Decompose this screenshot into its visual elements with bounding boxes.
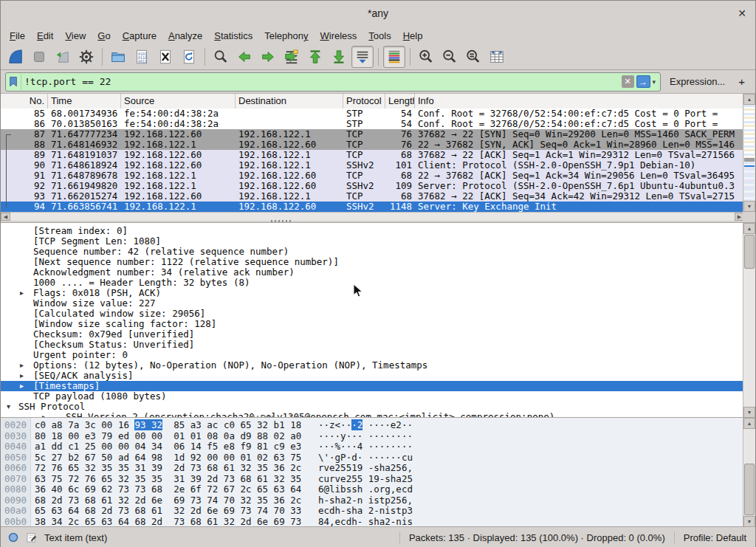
detail-line[interactable]: Checksum: 0x79ed [unverified] — [1, 329, 744, 340]
ascii-bytes[interactable]: ··z<···2 ····e2·· — [318, 420, 413, 431]
go-forward-button[interactable] — [257, 46, 279, 68]
find-packet-button[interactable] — [210, 46, 232, 68]
ascii-bytes[interactable]: ····y··· ········ — [318, 431, 413, 442]
open-file-button[interactable] — [107, 46, 129, 68]
column-header-length[interactable]: Length — [385, 94, 415, 109]
scroll-left-icon[interactable]: ◀ — [1, 213, 10, 221]
zoom-out-button[interactable] — [439, 46, 461, 68]
go-last-button[interactable] — [328, 46, 350, 68]
collapsed-arrow-icon[interactable]: ▸ — [20, 288, 24, 298]
detail-line[interactable]: 1000 .... = Header Length: 32 bytes (8) — [1, 278, 744, 288]
intelligent-scrollbar-minimap[interactable] — [744, 105, 755, 201]
hex-row-0070[interactable]: 007063 75 72 76 65 32 35 35 31 39 2d 73 … — [1, 474, 744, 485]
expert-info-icon[interactable] — [8, 532, 18, 543]
ascii-bytes[interactable]: ecdh-sha 2-nistp3 — [318, 506, 413, 517]
menu-view[interactable]: View — [59, 29, 92, 43]
column-header-no[interactable]: No. — [1, 94, 48, 109]
hex-row-0080[interactable]: 008036 40 6c 69 62 73 73 68 2e 6f 72 67 … — [1, 484, 744, 495]
menu-file[interactable]: File — [4, 29, 31, 43]
hex-bytes[interactable]: 38 34 2c 65 63 64 68 2d 73 68 61 32 2d 6… — [35, 517, 301, 528]
close-icon[interactable]: ✕ — [738, 7, 746, 19]
scrollbar-thumb[interactable] — [744, 464, 755, 515]
auto-scroll-button[interactable] — [351, 46, 374, 68]
status-profile[interactable]: Profile: Default — [674, 532, 755, 543]
detail-line[interactable]: ▾SSH Protocol — [1, 402, 744, 412]
scroll-down-icon[interactable]: ▼ — [743, 201, 755, 212]
expanded-arrow-icon[interactable]: ▾ — [7, 402, 10, 412]
filter-history-dropdown-icon[interactable]: ▾ — [653, 78, 656, 86]
hex-row-0090[interactable]: 009068 2d 73 68 61 32 2d 6e 69 73 74 70 … — [1, 495, 744, 506]
scroll-down-icon[interactable]: ▼ — [743, 516, 755, 527]
ascii-bytes[interactable]: curve255 19-sha25 — [318, 474, 413, 485]
packet-row-91[interactable]: 9171.648789678192.168.122.1192.168.122.6… — [1, 171, 744, 181]
packet-row-85[interactable]: 8568.001734936fe:54:00:d4:38:2aSTP54Conf… — [1, 109, 744, 119]
packet-list-hscrollbar[interactable]: ◀ ▶ — [1, 212, 744, 221]
detail-line[interactable]: TCP payload (1080 bytes) — [1, 391, 744, 402]
restart-capture-button[interactable] — [52, 46, 74, 68]
detail-line[interactable]: Sequence number: 42 (relative sequence n… — [1, 247, 744, 257]
packet-row-88[interactable]: 8871.648146932192.168.122.1192.168.122.6… — [1, 140, 744, 150]
go-back-button[interactable] — [233, 46, 255, 68]
details-scrollbar[interactable]: ▲ ▼ — [743, 223, 755, 418]
filter-add-button[interactable]: + — [738, 75, 745, 88]
filter-bookmark-icon[interactable] — [6, 74, 21, 90]
ascii-bytes[interactable]: 6@libssh .org,ecd — [318, 484, 413, 495]
hex-bytes[interactable]: c0 a8 7a 3c 00 16 93 32 85 a3 ac c0 65 3… — [35, 420, 301, 431]
hex-row-0060[interactable]: 006072 76 65 32 35 35 31 39 2d 73 68 61 … — [1, 463, 744, 474]
colorize-button[interactable] — [383, 46, 405, 68]
stop-capture-button[interactable] — [28, 46, 50, 68]
detail-line[interactable]: [Window size scaling factor: 128] — [1, 319, 744, 329]
zoom-original-button[interactable] — [462, 46, 484, 68]
column-header-destination[interactable]: Destination — [236, 94, 343, 109]
menu-wireless[interactable]: Wireless — [315, 29, 363, 43]
scroll-up-icon[interactable]: ▲ — [743, 418, 755, 429]
menu-go[interactable]: Go — [92, 29, 116, 43]
collapsed-arrow-icon[interactable]: ▸ — [20, 371, 24, 381]
resize-columns-button[interactable] — [486, 46, 508, 68]
scroll-down-icon[interactable]: ▼ — [743, 407, 755, 418]
detail-line[interactable]: [Stream index: 0] — [1, 226, 744, 236]
filter-apply-icon[interactable]: → — [636, 75, 650, 88]
packet-row-89[interactable]: 8971.648191037192.168.122.60192.168.122.… — [1, 150, 744, 160]
hex-row-0050[interactable]: 00505c 27 b2 67 50 ad 64 98 1d 92 00 00 … — [1, 453, 744, 464]
scrollbar-thumb[interactable] — [744, 235, 755, 269]
display-filter-input[interactable] — [21, 74, 622, 90]
detail-line[interactable]: ▸[SEQ/ACK analysis] — [1, 371, 744, 381]
column-header-info[interactable]: Info — [415, 94, 744, 109]
menu-edit[interactable]: Edit — [31, 29, 59, 43]
scroll-up-icon[interactable]: ▲ — [743, 94, 755, 105]
hex-row-0040[interactable]: 0040a1 dd c1 25 00 00 04 34 06 14 f5 e8 … — [1, 441, 744, 453]
capture-comment-icon[interactable] — [26, 532, 37, 543]
hex-bytes[interactable]: 36 40 6c 69 62 73 73 68 2e 6f 72 67 2c 6… — [35, 484, 301, 495]
packet-row-87[interactable]: 8771.647777234192.168.122.60192.168.122.… — [1, 129, 744, 140]
bytes-scrollbar[interactable]: ▲ ▼ — [743, 418, 755, 527]
menu-help[interactable]: Help — [397, 29, 429, 43]
hex-bytes[interactable]: 68 2d 73 68 61 32 2d 6e 69 73 74 70 32 3… — [35, 495, 301, 506]
detail-line[interactable]: Urgent pointer: 0 — [1, 350, 744, 360]
packet-row-94[interactable]: 9471.663856741192.168.122.1192.168.122.6… — [1, 202, 744, 212]
hex-bytes[interactable]: 65 63 64 68 2d 73 68 61 32 2d 6e 69 73 7… — [35, 506, 301, 517]
display-filter-field[interactable]: ✕ → ▾ — [5, 72, 661, 92]
scroll-up-icon[interactable]: ▲ — [743, 223, 755, 234]
detail-line[interactable]: [Checksum Status: Unverified] — [1, 340, 744, 350]
ascii-bytes[interactable]: h-sha2-n istp256, — [318, 495, 413, 506]
menu-analyze[interactable]: Analyze — [162, 29, 208, 43]
ascii-bytes[interactable]: rve25519 -sha256, — [318, 463, 413, 474]
save-file-button[interactable]: 010101100011 — [131, 46, 153, 68]
packet-list-header[interactable]: No.TimeSourceDestinationProtocolLengthIn… — [1, 94, 744, 109]
detail-line[interactable]: ▸Flags: 0x018 (PSH, ACK) — [1, 288, 744, 298]
menu-capture[interactable]: Capture — [117, 29, 162, 43]
go-to-packet-button[interactable] — [281, 46, 303, 68]
hex-row-00a0[interactable]: 00a065 63 64 68 2d 73 68 61 32 2d 6e 69 … — [1, 506, 744, 517]
packet-row-92[interactable]: 9271.661949820192.168.122.1192.168.122.6… — [1, 181, 744, 191]
close-file-button[interactable] — [154, 46, 176, 68]
column-header-time[interactable]: Time — [48, 94, 121, 109]
menu-tools[interactable]: Tools — [362, 29, 396, 43]
zoom-in-button[interactable] — [415, 46, 437, 68]
detail-line[interactable]: Window size value: 227 — [1, 298, 744, 309]
capture-options-button[interactable] — [75, 46, 97, 68]
ascii-bytes[interactable]: \'·gP·d· ······cu — [318, 453, 413, 464]
filter-clear-icon[interactable]: ✕ — [622, 75, 634, 88]
hex-bytes[interactable]: 72 76 65 32 35 35 31 39 2d 73 68 61 32 3… — [35, 463, 301, 474]
start-capture-button[interactable] — [4, 46, 27, 68]
